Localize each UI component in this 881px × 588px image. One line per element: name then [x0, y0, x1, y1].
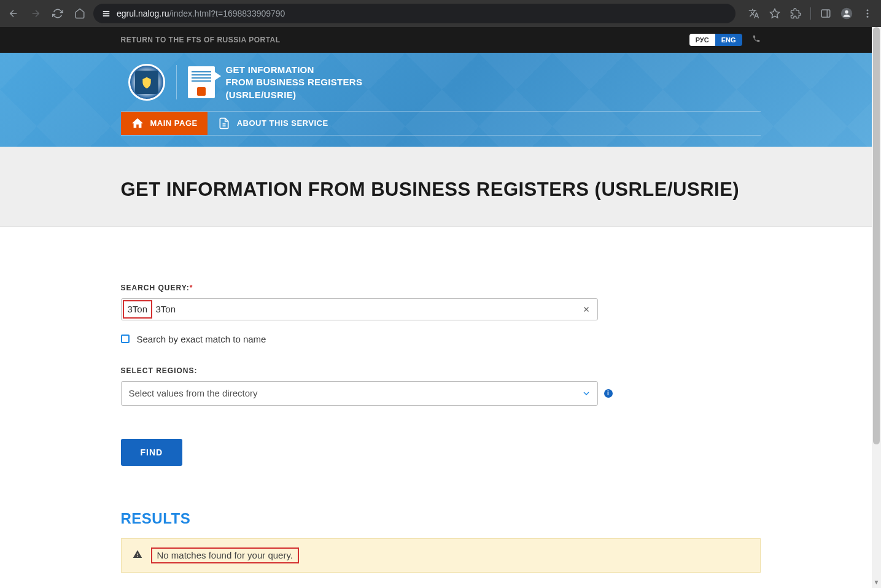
content: SEARCH QUERY:* 3Ton Search by exact matc… — [0, 227, 881, 588]
url-bar[interactable]: egrul.nalog.ru/index.html?t=169883390979… — [93, 4, 735, 23]
document-icon — [188, 66, 215, 98]
svg-point-9 — [867, 16, 869, 18]
page-title-wrap: GET INFORMATION FROM BUSINESS REGISTERS … — [0, 147, 881, 227]
site-settings-icon — [102, 9, 111, 18]
info-icon[interactable]: i — [604, 389, 613, 398]
regions-placeholder: Select values from the directory — [122, 388, 575, 398]
find-button[interactable]: FIND — [121, 439, 183, 466]
extensions-icon[interactable] — [787, 5, 804, 22]
fts-logo[interactable] — [128, 64, 165, 101]
header-divider — [176, 65, 177, 99]
nav-main-page[interactable]: MAIN PAGE — [121, 112, 208, 135]
reload-button[interactable] — [49, 5, 66, 22]
home-icon — [131, 117, 144, 130]
side-panel-icon[interactable] — [817, 5, 834, 22]
top-bar: RETURN TO THE FTS OF RUSSIA PORTAL РУС E… — [0, 27, 881, 53]
scroll-down-icon[interactable]: ▼ — [872, 578, 881, 587]
home-button[interactable] — [71, 5, 88, 22]
search-label: SEARCH QUERY:* — [121, 284, 761, 292]
search-input[interactable] — [122, 304, 575, 314]
site-header: GET INFORMATION FROM BUSINESS REGISTERS … — [0, 53, 881, 147]
clear-search-button[interactable] — [575, 299, 597, 320]
svg-point-6 — [845, 10, 848, 14]
nav-label: ABOUT THIS SERVICE — [237, 118, 328, 128]
regions-label: SELECT REGIONS: — [121, 366, 761, 375]
nav-bar: MAIN PAGE ABOUT THIS SERVICE — [121, 111, 761, 136]
header-title: GET INFORMATION FROM BUSINESS REGISTERS … — [226, 64, 363, 101]
translate-icon[interactable] — [745, 5, 763, 22]
svg-rect-0 — [103, 11, 110, 12]
browser-chrome: egrul.nalog.ru/index.html?t=169883390979… — [0, 0, 881, 27]
bookmark-icon[interactable] — [766, 5, 783, 22]
svg-point-8 — [867, 13, 869, 15]
url-text: egrul.nalog.ru/index.html?t=169883390979… — [117, 9, 285, 18]
no-matches-text: No matches found for your query. — [157, 550, 293, 560]
back-button[interactable] — [5, 5, 22, 22]
exact-match-checkbox[interactable] — [121, 335, 130, 343]
phone-icon[interactable] — [752, 34, 761, 45]
scrollbar[interactable]: ▼ — [872, 27, 881, 588]
warning-icon — [133, 549, 142, 562]
lang-rus-button[interactable]: РУС — [689, 34, 715, 46]
forward-button[interactable] — [27, 5, 44, 22]
scrollbar-thumb[interactable] — [873, 27, 880, 444]
results-alert: No matches found for your query. — [121, 538, 761, 573]
return-link[interactable]: RETURN TO THE FTS OF RUSSIA PORTAL — [121, 36, 281, 44]
document-nav-icon — [217, 117, 231, 130]
page-title: GET INFORMATION FROM BUSINESS REGISTERS … — [121, 179, 761, 201]
nav-label: MAIN PAGE — [150, 118, 198, 128]
svg-rect-2 — [103, 15, 110, 17]
exact-match-row[interactable]: Search by exact match to name — [121, 334, 761, 344]
svg-point-7 — [867, 9, 869, 11]
language-switcher: РУС ENG — [689, 34, 742, 46]
svg-rect-3 — [821, 10, 830, 17]
nav-about[interactable]: ABOUT THIS SERVICE — [208, 112, 338, 135]
regions-select[interactable]: Select values from the directory — [121, 381, 598, 406]
svg-rect-1 — [103, 13, 110, 14]
chevron-down-icon — [575, 389, 597, 398]
exact-match-label: Search by exact match to name — [137, 334, 266, 344]
results-title: RESULTS — [121, 510, 761, 527]
search-input-wrap: 3Ton — [121, 298, 598, 320]
profile-icon[interactable] — [838, 5, 855, 22]
menu-icon[interactable] — [859, 5, 876, 22]
lang-eng-button[interactable]: ENG — [715, 34, 742, 46]
